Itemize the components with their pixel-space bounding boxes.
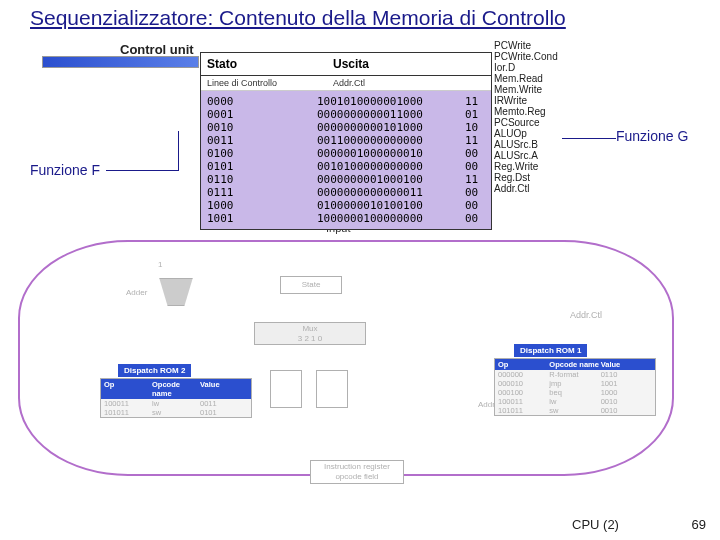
control-memory-table: Stato Uscita Linee di Controllo Addr.Ctl… [200,52,492,230]
instruction-register: Instruction register opcode field [310,460,404,484]
addrctl-label: Addr.Ctl [570,310,602,320]
signal-item: Addr.Ctl [494,183,558,194]
dispatch2-block [270,370,302,408]
signal-item: ALUSrc.B [494,139,558,150]
signal-item: PCSource [494,117,558,128]
signal-item: Ior.D [494,62,558,73]
mux-inputs: 3 2 1 0 [255,334,365,344]
signal-item: Mem.Read [494,73,558,84]
addr-subheader: Addr.Ctl [303,76,491,90]
dispatch-rom1-title: Dispatch ROM 1 [514,344,587,357]
signal-list: PCWrite PCWrite.Cond Ior.D Mem.Read Mem.… [494,40,558,194]
mux-label: Mux [255,324,365,334]
signal-item: PCWrite [494,40,558,51]
page-number: 69 [692,517,706,532]
signal-item: Reg.Dst [494,172,558,183]
uscita-header: Uscita [303,53,491,75]
funzione-f-label: Funzione F [30,162,100,178]
state-column: 0000000100100011010001010110011110001001 [201,95,303,225]
signal-item: IRWrite [494,95,558,106]
signal-item: Memto.Reg [494,106,558,117]
dispatch-rom2-title: Dispatch ROM 2 [118,364,191,377]
funzione-g-label: Funzione G [616,128,688,144]
slide-title: Sequenzializzatore: Contenuto della Memo… [30,6,566,30]
signal-item: ALUSrc.A [494,150,558,161]
signal-item: Reg.Write [494,161,558,172]
signal-item: ALUOp [494,128,558,139]
signal-item: PCWrite.Cond [494,51,558,62]
control-lines-column: 1001010000001000000000000001100000000000… [303,95,465,225]
adder-shape [155,278,197,306]
stato-header: Stato [201,53,303,75]
dispatch1-block [316,370,348,408]
funzione-g-arrow [562,138,616,139]
adder-label: Adder [126,288,147,297]
dispatch-rom2-table: OpOpcode nameValue 100011lw0011 101011sw… [100,378,252,418]
funzione-f-arrow [106,170,178,171]
mux-block: Mux 3 2 1 0 [254,322,366,345]
signal-item: Mem.Write [494,84,558,95]
dispatch-rom1-table: OpOpcode nameValue 000000R-format0110 00… [494,358,656,416]
one-label: 1 [158,260,162,269]
control-unit-label: Control unit [120,42,194,57]
addrctl-column: 11011011000011000000 [465,95,491,225]
footer-label: CPU (2) [572,517,619,532]
state-register: State [280,276,342,294]
sequencer-diagram: 1 Adder State Addr.Ctl Mux 3 2 1 0 Addre… [18,240,674,476]
linee-subheader: Linee di Controllo [201,76,303,90]
decorative-bar [42,56,199,68]
